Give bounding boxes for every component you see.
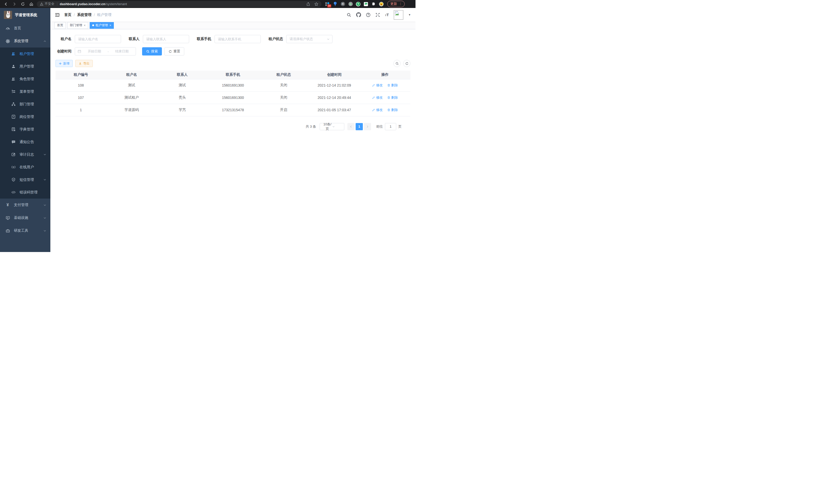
contact-input[interactable] — [143, 35, 189, 43]
tenant-name-input[interactable] — [75, 35, 121, 43]
close-icon[interactable]: × — [84, 24, 86, 27]
phone-input[interactable] — [214, 35, 261, 43]
sidebar-item-notice[interactable]: 通知公告 — [0, 136, 50, 148]
extension-pin-icon[interactable] — [333, 2, 337, 6]
header-search-icon[interactable] — [347, 12, 351, 17]
toggle-search-button[interactable] — [393, 60, 401, 67]
date-separator: - — [108, 50, 109, 53]
edit-link[interactable]: 修改 — [372, 108, 382, 112]
sidebar-item-sms[interactable]: 短信管理 — [0, 173, 50, 186]
browser-forward-icon[interactable] — [11, 1, 18, 7]
sidebar-logo[interactable]: 芋道管理系统 — [0, 8, 50, 22]
page-unit-label: 页 — [398, 124, 402, 129]
sidebar-item-system[interactable]: 系统管理 — [0, 35, 50, 48]
col-actions: 操作 — [360, 71, 410, 79]
sidebar-item-online[interactable]: 在线用户 — [0, 161, 50, 173]
chevron-down-icon — [44, 204, 46, 207]
chevron-down-icon — [44, 153, 46, 156]
search-button[interactable]: 搜索 — [142, 47, 162, 56]
sidebar-item-infra[interactable]: 基础设施 — [0, 211, 50, 224]
close-icon[interactable]: × — [110, 24, 111, 27]
table-header-row: 租户编号 租户名 联系人 联系手机 租户状态 创建时间 操作 — [56, 71, 410, 79]
edit-log-icon — [11, 152, 16, 157]
message-icon — [11, 140, 16, 144]
chevron-down-icon — [44, 178, 46, 181]
extension-y-icon[interactable]: Y — [356, 2, 361, 6]
sidebar-item-dept[interactable]: 部门管理 — [0, 98, 50, 111]
breadcrumb-section[interactable]: 系统管理 — [77, 12, 91, 17]
chevron-down-icon — [44, 229, 46, 232]
user-avatar[interactable] — [394, 10, 403, 20]
goto-page-input[interactable] — [385, 123, 396, 130]
sidebar-item-tools[interactable]: 研发工具 — [0, 224, 50, 237]
delete-link[interactable]: 删除 — [387, 95, 398, 100]
sidebar-item-home[interactable]: 首页 — [0, 22, 50, 35]
sidebar-item-errcode[interactable]: 错误码管理 — [0, 186, 50, 199]
delete-link[interactable]: 删除 — [387, 83, 398, 88]
id-badge-icon — [11, 115, 16, 119]
url-host: dashboard.yudao.iocoder.cn — [60, 2, 105, 6]
tab-home[interactable]: 首页 — [55, 22, 66, 29]
sidebar: 芋道管理系统 首页 系统管理 租户管理 — [0, 8, 50, 252]
chevron-down-icon — [44, 216, 46, 219]
tab-dept[interactable]: 部门管理 × — [67, 22, 88, 29]
add-button[interactable]: 新增 — [56, 60, 73, 67]
font-size-icon[interactable]: TT — [385, 13, 389, 17]
chevron-down-icon — [327, 38, 330, 40]
tags-view-bar: 首页 部门管理 × 租户管理 × — [50, 22, 416, 29]
avatar-caret-icon[interactable]: ▼ — [408, 13, 411, 16]
refresh-button[interactable] — [403, 60, 410, 67]
prev-page-button[interactable] — [347, 123, 354, 130]
export-button[interactable]: 导出 — [75, 60, 93, 67]
help-icon[interactable] — [366, 12, 371, 17]
col-tenant-name: 租户名 — [106, 71, 157, 79]
sidebar-collapse-icon[interactable] — [55, 13, 60, 17]
next-page-button[interactable] — [364, 123, 371, 130]
bookmark-star-icon[interactable] — [314, 2, 318, 6]
sidebar-item-role[interactable]: 角色管理 — [0, 73, 50, 85]
app-title: 芋道管理系统 — [15, 12, 37, 18]
breadcrumb: 首页 / 系统管理 / 租户管理 — [64, 12, 112, 17]
fullscreen-icon[interactable] — [375, 12, 380, 17]
tab-tenant[interactable]: 租户管理 × — [90, 22, 114, 29]
github-icon[interactable] — [356, 12, 361, 17]
user-icon — [11, 64, 16, 68]
extension-command-icon[interactable]: ⌘ — [341, 2, 345, 6]
org-chart-icon — [11, 102, 16, 106]
profile-avatar-icon[interactable] — [379, 2, 384, 6]
sidebar-item-menu[interactable]: 菜单管理 — [0, 85, 50, 98]
status-select[interactable]: 请选择租户状态 — [286, 35, 333, 43]
sidebar-item-tenant[interactable]: 租户管理 — [0, 48, 50, 60]
page-number-1[interactable]: 1 — [355, 123, 363, 130]
status-text: 开启 — [258, 104, 309, 116]
created-time-label: 创建时间 — [56, 49, 71, 54]
extension-chat-icon[interactable] — [364, 2, 368, 6]
browser-menu-icon[interactable]: ⋮ — [399, 2, 402, 6]
breadcrumb-home[interactable]: 首页 — [64, 12, 71, 17]
code-icon — [11, 190, 16, 195]
sidebar-item-user[interactable]: 用户管理 — [0, 60, 50, 73]
sidebar-item-post[interactable]: 岗位管理 — [0, 111, 50, 123]
reset-button[interactable]: 重置 — [165, 47, 184, 56]
not-secure-icon — [40, 2, 44, 6]
browser-update-button[interactable]: 更新 ⋮ — [387, 1, 405, 7]
extensions-puzzle-icon[interactable] — [371, 2, 376, 6]
extension-dot-icon[interactable] — [348, 2, 353, 6]
browser-reload-icon[interactable] — [20, 1, 26, 7]
page-size-select[interactable]: 10条/页 — [320, 123, 344, 130]
browser-back-icon[interactable] — [3, 1, 9, 7]
online-signal-icon — [11, 165, 16, 169]
address-bar[interactable]: 不安全 dashboard.yudao.iocoder.cn/system/te… — [37, 1, 321, 7]
browser-home-icon[interactable] — [28, 1, 35, 7]
address-divider — [57, 2, 57, 6]
date-range-picker[interactable]: 开始日期 - 结束日期 — [75, 47, 136, 56]
pagination: 共 3 条 10条/页 1 前往 页 — [56, 123, 410, 130]
sidebar-item-dict[interactable]: 字典管理 — [0, 123, 50, 136]
sidebar-item-pay[interactable]: ¥ 支付管理 — [0, 199, 50, 211]
edit-link[interactable]: 修改 — [372, 83, 382, 88]
share-icon[interactable] — [306, 2, 310, 6]
extension-grid-icon[interactable]: 10 — [325, 2, 330, 6]
edit-link[interactable]: 修改 — [372, 95, 382, 100]
delete-link[interactable]: 删除 — [387, 108, 398, 112]
sidebar-item-audit[interactable]: 审计日志 — [0, 148, 50, 161]
